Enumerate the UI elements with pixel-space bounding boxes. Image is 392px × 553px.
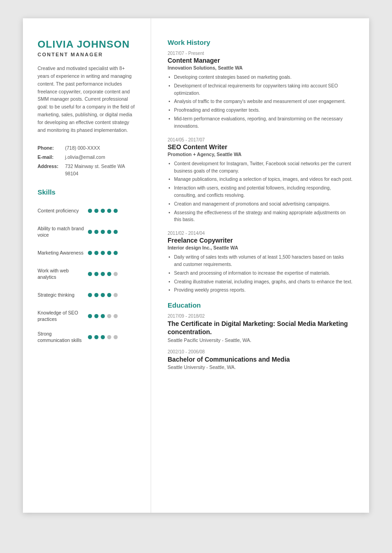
phone-row: Phone: (718) 000-XXXX <box>38 145 138 152</box>
skills-list: Content proficiencyAbility to match bran… <box>38 203 138 344</box>
skill-row: Content proficiency <box>38 203 138 218</box>
bullet-item: Manage publications, including a selecti… <box>168 176 353 183</box>
dot-filled <box>101 314 105 318</box>
skill-row: Knowledge of SEO practices <box>38 309 138 323</box>
email-label: E-mail: <box>38 154 65 161</box>
dot-filled <box>94 230 98 234</box>
dot-filled <box>88 209 92 213</box>
edu-degree: The Certificate in Digital Marketing: So… <box>168 320 353 336</box>
bullet-item: Proofreading and editing copywriter text… <box>168 107 353 114</box>
dot-filled <box>107 272 111 276</box>
contact-section: Phone: (718) 000-XXXX E-mail: j.olivia@e… <box>38 145 138 177</box>
edu-school: Seattle Pacific University - Seattle, WA… <box>168 337 353 343</box>
work-block: 2017/07 - PresentContent ManagerInnovati… <box>168 51 353 130</box>
dot-filled <box>107 251 111 255</box>
dot-filled <box>94 314 98 318</box>
skill-dots <box>88 293 118 297</box>
bullet-item: Creating illustrative material, includin… <box>168 278 353 286</box>
edu-date: 2017/09 - 2018/02 <box>168 314 353 319</box>
email-value: j.olivia@email.com <box>65 154 105 161</box>
bullet-item: Mid-term performance evaluations, report… <box>168 115 353 130</box>
job-title: Content Manager <box>168 57 353 64</box>
dot-filled <box>107 230 111 234</box>
job-title: Freelance Copywriter <box>168 237 353 244</box>
skill-name: Content proficiency <box>38 207 88 214</box>
job-company: Innovation Solutions, Seattle WA <box>168 65 353 70</box>
dot-filled <box>101 272 105 276</box>
job-date: 2017/07 - Present <box>168 51 353 56</box>
dot-empty <box>107 335 111 339</box>
bullet-item: Daily writing of sales texts with volume… <box>168 254 353 268</box>
left-column: OLIVIA JOHNSON CONTENT MANAGER Creative … <box>23 18 151 513</box>
jobs-container: 2017/07 - PresentContent ManagerInnovati… <box>168 51 353 294</box>
candidate-name: OLIVIA JOHNSON <box>38 38 138 50</box>
skill-dots <box>88 314 118 318</box>
edu-block: 2002/10 - 2006/08Bachelor of Communicati… <box>168 349 353 370</box>
phone-label: Phone: <box>38 145 65 152</box>
dot-empty <box>114 272 118 276</box>
address-label: Address: <box>38 163 65 178</box>
skills-title: Skills <box>38 188 138 196</box>
skill-name: Strong communication skills <box>38 331 88 344</box>
bullet-item: Providing weekly progress reports. <box>168 287 353 294</box>
edu-block: 2017/09 - 2018/02The Certificate in Digi… <box>168 314 353 342</box>
dot-filled <box>114 230 118 234</box>
bullet-item: Developing content strategies based on m… <box>168 74 353 81</box>
skill-dots <box>88 335 118 339</box>
work-block: 2011/02 - 2014/04Freelance CopywriterInt… <box>168 231 353 294</box>
skill-row: Marketing Awareness <box>38 245 138 260</box>
bullet-item: Content development for Instagram, Twitt… <box>168 160 353 175</box>
job-company: Promotion + Agency, Seattle WA <box>168 152 353 157</box>
skill-name: Work with web analytics <box>38 267 88 281</box>
dot-filled <box>94 335 98 339</box>
dot-filled <box>88 293 92 297</box>
job-bullets: Developing content strategies based on m… <box>168 74 353 130</box>
dot-filled <box>107 209 111 213</box>
job-bullets: Content development for Instagram, Twitt… <box>168 160 353 224</box>
work-history-title: Work History <box>168 38 353 46</box>
skill-dots <box>88 209 118 213</box>
dot-empty <box>114 293 118 297</box>
skill-row: Strategic thinking <box>38 287 138 302</box>
skill-row: Strong communication skills <box>38 330 138 344</box>
dot-empty <box>114 314 118 318</box>
dot-empty <box>114 335 118 339</box>
dot-empty <box>107 314 111 318</box>
candidate-title: CONTENT MANAGER <box>38 52 138 57</box>
dot-filled <box>107 293 111 297</box>
bullet-item: Analysis of traffic to the company's web… <box>168 98 353 105</box>
dot-filled <box>101 251 105 255</box>
dot-filled <box>94 209 98 213</box>
edu-date: 2002/10 - 2006/08 <box>168 349 353 354</box>
skill-dots <box>88 272 118 276</box>
work-block: 2014/05 - 2017/07SEO Content WriterPromo… <box>168 137 353 224</box>
right-column: Work History 2017/07 - PresentContent Ma… <box>151 18 369 513</box>
bullet-item: Creation and management of promotions an… <box>168 201 353 208</box>
skill-name: Marketing Awareness <box>38 249 88 256</box>
dot-filled <box>101 293 105 297</box>
edu-degree: Bachelor of Communications and Media <box>168 355 353 363</box>
dot-filled <box>88 272 92 276</box>
phone-value: (718) 000-XXXX <box>65 145 100 152</box>
email-row: E-mail: j.olivia@email.com <box>38 154 138 161</box>
bullet-item: Interaction with users, existing and pot… <box>168 184 353 199</box>
skill-name: Ability to match brand voice <box>38 225 88 239</box>
dot-filled <box>88 230 92 234</box>
job-date: 2014/05 - 2017/07 <box>168 137 353 142</box>
dot-filled <box>101 209 105 213</box>
job-title: SEO Content Writer <box>168 143 353 151</box>
skill-name: Strategic thinking <box>38 292 88 298</box>
dot-filled <box>114 251 118 255</box>
education-title: Education <box>168 301 353 309</box>
candidate-summary: Creative and motivated specialist with 8… <box>38 65 138 134</box>
skill-row: Ability to match brand voice <box>38 224 138 239</box>
skill-row: Work with web analytics <box>38 266 138 281</box>
dot-filled <box>94 293 98 297</box>
skill-dots <box>88 251 118 255</box>
dot-filled <box>94 272 98 276</box>
dot-filled <box>101 230 105 234</box>
bullet-item: Development of technical requirements fo… <box>168 82 353 97</box>
job-bullets: Daily writing of sales texts with volume… <box>168 254 353 294</box>
address-value: 732 Mainway st. Seattle WA 98104 <box>65 163 138 178</box>
skill-name: Knowledge of SEO practices <box>38 309 88 323</box>
